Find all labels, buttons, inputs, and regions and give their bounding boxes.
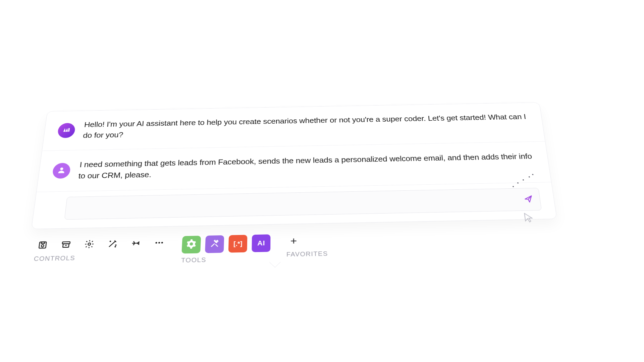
svg-point-1 bbox=[60, 168, 63, 170]
svg-rect-0 bbox=[68, 128, 70, 132]
gear-icon bbox=[84, 239, 95, 250]
settings-button[interactable] bbox=[82, 238, 97, 251]
svg-point-3 bbox=[41, 244, 44, 247]
svg-point-10 bbox=[115, 245, 116, 245]
ai-label: AI bbox=[257, 239, 265, 247]
tool-tile-regex[interactable]: [.*] bbox=[228, 235, 248, 253]
svg-point-12 bbox=[155, 242, 157, 244]
send-button[interactable] bbox=[522, 194, 535, 205]
save-button[interactable] bbox=[35, 239, 51, 252]
cog-icon bbox=[186, 239, 197, 250]
favorites-icons: + bbox=[286, 233, 328, 248]
archive-button[interactable] bbox=[58, 238, 73, 252]
ai-assistant-scene: Hello! I'm your AI assistant here to hel… bbox=[0, 0, 644, 362]
chat-card: Hello! I'm your AI assistant here to hel… bbox=[31, 102, 557, 229]
tools-label: TOOLS bbox=[181, 255, 271, 264]
svg-point-11 bbox=[115, 246, 116, 247]
tool-tile-utilities[interactable] bbox=[205, 235, 224, 253]
svg-point-14 bbox=[161, 242, 163, 243]
controls-group: CONTROLS bbox=[34, 236, 167, 262]
tool-tile-ai[interactable]: AI bbox=[252, 234, 270, 252]
wrench-screwdriver-icon bbox=[209, 239, 220, 249]
magic-wand-icon bbox=[107, 239, 118, 249]
save-icon bbox=[37, 240, 48, 250]
archive-icon bbox=[60, 240, 71, 250]
run-button[interactable] bbox=[128, 237, 144, 250]
tilted-viewport: Hello! I'm your AI assistant here to hel… bbox=[26, 102, 563, 267]
assistant-message-text: Hello! I'm your AI assistant here to hel… bbox=[83, 111, 531, 141]
more-horizontal-icon bbox=[154, 238, 165, 248]
regex-icon: [.*] bbox=[233, 240, 243, 247]
airplane-icon bbox=[130, 238, 141, 249]
favorites-group: + FAVORITES bbox=[286, 233, 328, 258]
svg-point-8 bbox=[88, 243, 91, 245]
svg-rect-4 bbox=[41, 242, 45, 243]
chat-input-wrap bbox=[64, 188, 542, 220]
add-favorite-button[interactable]: + bbox=[286, 234, 301, 248]
assistant-logo-icon bbox=[62, 126, 71, 135]
user-avatar bbox=[52, 163, 71, 179]
chat-input[interactable] bbox=[64, 188, 542, 220]
tools-group: [.*] AI TOOLS bbox=[181, 234, 271, 264]
person-icon bbox=[56, 166, 66, 175]
svg-point-13 bbox=[158, 242, 160, 243]
svg-point-9 bbox=[110, 241, 111, 242]
controls-icons bbox=[35, 236, 167, 252]
controls-label: CONTROLS bbox=[34, 253, 166, 263]
more-button[interactable] bbox=[152, 236, 166, 250]
magic-wand-button[interactable] bbox=[105, 237, 120, 251]
user-message-text: I need something that gets leads from Fa… bbox=[78, 151, 536, 182]
assistant-avatar bbox=[57, 123, 76, 138]
favorites-label: FAVORITES bbox=[286, 250, 328, 258]
tool-tile-settings[interactable] bbox=[181, 236, 201, 253]
tool-tiles: [.*] AI bbox=[181, 234, 270, 253]
paper-plane-icon bbox=[523, 195, 534, 204]
plus-icon: + bbox=[290, 235, 297, 247]
